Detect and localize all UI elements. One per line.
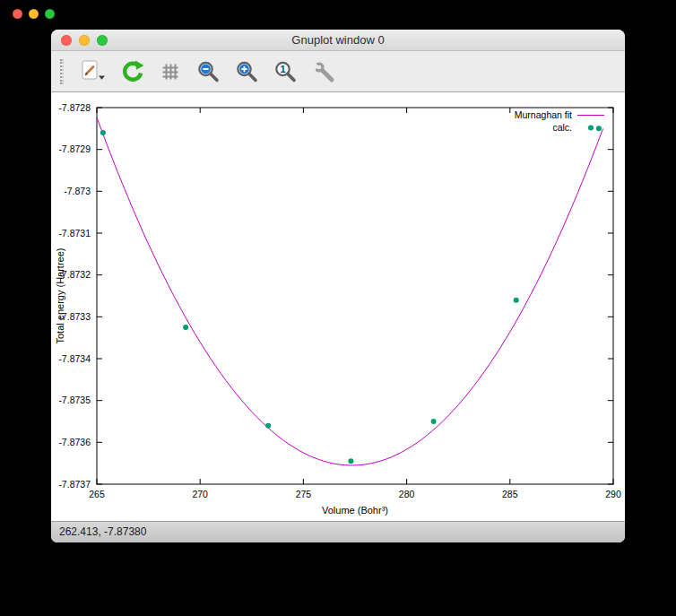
zoom-button[interactable] (97, 35, 108, 46)
svg-text:-7.8736: -7.8736 (58, 437, 91, 447)
background-zoom-button[interactable] (45, 9, 55, 19)
fit-line (97, 117, 603, 465)
svg-text:-7.8728: -7.8728 (58, 102, 91, 113)
refresh-icon (120, 59, 145, 84)
x-axis: 265270275280285290 (89, 108, 621, 499)
svg-text:265: 265 (89, 489, 105, 499)
background-minimize-button[interactable] (29, 9, 39, 19)
svg-text:285: 285 (502, 489, 518, 499)
window-title: Gnuplot window 0 (291, 33, 384, 47)
zoom-out-button[interactable] (195, 58, 221, 85)
zoom-reset-glyph: 1 (280, 64, 285, 74)
svg-text:-7.8729: -7.8729 (58, 143, 91, 154)
titlebar[interactable]: Gnuplot window 0 (51, 30, 625, 51)
close-button[interactable] (61, 35, 72, 46)
minimize-button[interactable] (79, 35, 90, 46)
wrench-icon (311, 59, 336, 84)
background-close-button[interactable] (13, 9, 22, 19)
settings-button[interactable] (310, 58, 337, 85)
zoom-in-button[interactable] (233, 58, 260, 85)
svg-text:280: 280 (399, 489, 415, 499)
x-axis-label: Volume (Bohr³) (322, 505, 388, 516)
plot-area[interactable]: 265270275280285290-7.8728-7.8729-7.873-7… (51, 92, 625, 521)
svg-text:-7.8737: -7.8737 (58, 479, 91, 490)
toolbar-drag-handle[interactable] (60, 59, 64, 84)
toolbar: 1 (51, 51, 625, 92)
zoom-in-icon (234, 59, 259, 84)
svg-text:275: 275 (296, 489, 312, 499)
svg-text:270: 270 (192, 489, 208, 499)
grid-icon (159, 60, 182, 83)
export-dropdown-caret (99, 75, 105, 79)
window-traffic-lights (61, 35, 108, 46)
cursor-coordinates: 262.413, -7.87380 (59, 525, 146, 538)
zoom-reset-icon: 1 (273, 59, 298, 84)
svg-text:-7.8734: -7.8734 (58, 353, 91, 364)
svg-text:-7.873: -7.873 (64, 186, 91, 196)
svg-text:-7.8735: -7.8735 (58, 395, 91, 405)
zoom-out-icon (195, 59, 221, 84)
svg-text:calc.: calc. (552, 122, 572, 133)
export-button[interactable] (77, 57, 108, 86)
svg-text:Murnaghan fit: Murnaghan fit (515, 109, 572, 120)
export-icon (78, 58, 107, 85)
zoom-reset-button[interactable]: 1 (272, 58, 299, 85)
plot-canvas[interactable]: 265270275280285290-7.8728-7.8729-7.873-7… (51, 92, 625, 521)
gnuplot-window: Gnuplot window 0 (51, 30, 625, 542)
background-window-traffic-lights (13, 9, 55, 19)
y-axis-label: Total energy (Hartree) (55, 248, 65, 344)
svg-text:-7.8731: -7.8731 (58, 228, 91, 239)
legend: Murnaghan fitcalc. (515, 109, 604, 133)
status-bar: 262.413, -7.87380 (51, 521, 625, 542)
calc-points (100, 126, 602, 464)
refresh-button[interactable] (119, 58, 146, 85)
svg-text:290: 290 (605, 489, 621, 499)
grid-toggle-button[interactable] (158, 59, 183, 84)
